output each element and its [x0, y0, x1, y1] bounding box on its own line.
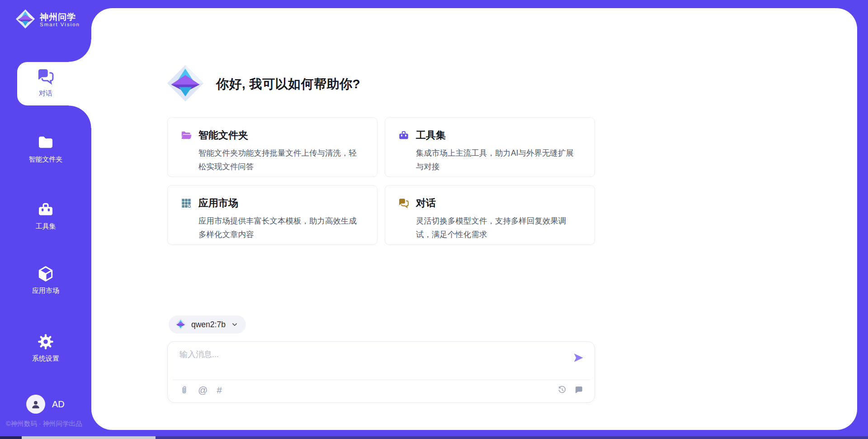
- card-title: 对话: [416, 196, 436, 210]
- sidebar-item-settings[interactable]: 系统设置: [0, 332, 91, 363]
- app-subtitle: Smart Vision: [40, 22, 80, 27]
- message-input[interactable]: [179, 349, 559, 375]
- mention-icon: @: [198, 385, 208, 395]
- sidebar-item-label: 对话: [39, 89, 52, 98]
- tab-fillet-bottom: [69, 105, 91, 128]
- toolbox-icon: [36, 200, 55, 219]
- sidebar-item-smart-folder[interactable]: 智能文件夹: [0, 133, 91, 164]
- attachment-button[interactable]: [179, 385, 189, 395]
- card-title: 应用市场: [198, 196, 238, 210]
- scrollbar-corner: [0, 436, 22, 439]
- send-button[interactable]: [572, 352, 585, 364]
- brand-text: 神州问学 Smart Vision: [40, 12, 80, 28]
- card-description: 灵活切换多模型文件，支持多样回复效果调试，满足个性化需求: [416, 214, 578, 241]
- greeting-row: 你好, 我可以如何帮助你?: [166, 63, 360, 105]
- hashtag-button[interactable]: #: [217, 385, 222, 395]
- scrollbar-thumb[interactable]: [22, 436, 156, 439]
- sidebar: 神州问学 Smart Vision 对话 智能文件夹: [0, 0, 91, 439]
- comment-icon: [574, 385, 584, 395]
- avatar: [26, 395, 45, 414]
- cube-icon: [36, 264, 55, 283]
- chat-bubbles-icon: [36, 67, 55, 86]
- comment-button[interactable]: [574, 385, 584, 395]
- app-title: 神州问学: [40, 12, 80, 22]
- folder-icon: [36, 133, 55, 152]
- sidebar-item-app-market[interactable]: 应用市场: [0, 264, 91, 295]
- card-toolset[interactable]: 工具集 集成市场上主流工具，助力AI与外界无缝扩展与对接: [385, 117, 595, 177]
- card-description: 智能文件夹功能支持批量文件上传与清洗，轻松实现文件问答: [198, 146, 361, 173]
- folder-open-icon: [180, 129, 192, 141]
- send-icon: [572, 352, 585, 364]
- history-icon: [557, 385, 567, 395]
- composer-toolbar-left: @ #: [179, 385, 222, 395]
- attachment-icon: [179, 385, 189, 395]
- history-button[interactable]: [557, 385, 567, 395]
- brand-diamond-icon: [175, 319, 186, 330]
- mention-button[interactable]: @: [198, 385, 208, 395]
- card-title: 智能文件夹: [198, 129, 248, 142]
- user-account[interactable]: AD: [26, 395, 65, 414]
- toolbox-icon: [398, 129, 410, 141]
- sidebar-item-label: 工具集: [36, 222, 56, 231]
- model-selector[interactable]: qwen2:7b: [169, 315, 246, 334]
- brand-diamond-icon: [166, 64, 204, 104]
- app-window: 神州问学 Smart Vision 对话 智能文件夹: [0, 0, 868, 439]
- model-name: qwen2:7b: [191, 320, 226, 329]
- card-smart-folder[interactable]: 智能文件夹 智能文件夹功能支持批量文件上传与清洗，轻松实现文件问答: [167, 117, 377, 177]
- person-icon: [30, 398, 42, 410]
- sidebar-item-label: 系统设置: [32, 354, 59, 363]
- tab-fillet-top: [69, 39, 91, 62]
- greeting-title: 你好, 我可以如何帮助你?: [216, 76, 360, 93]
- sidebar-item-label: 应用市场: [32, 286, 59, 295]
- hashtag-icon: #: [217, 385, 222, 395]
- apps-grid-icon: [180, 197, 192, 209]
- sidebar-item-toolset[interactable]: 工具集: [0, 200, 91, 231]
- horizontal-scrollbar[interactable]: [0, 436, 868, 439]
- composer-divider: [172, 380, 590, 380]
- card-description: 应用市场提供丰富长文本模板，助力高效生成多样化文章内容: [198, 214, 361, 241]
- user-initials: AD: [52, 399, 65, 410]
- message-composer: @ #: [167, 341, 595, 403]
- feature-cards: 智能文件夹 智能文件夹功能支持批量文件上传与清洗，轻松实现文件问答 工具集 集成…: [167, 117, 595, 245]
- card-app-market[interactable]: 应用市场 应用市场提供丰富长文本模板，助力高效生成多样化文章内容: [167, 185, 377, 245]
- card-chat[interactable]: 对话 灵活切换多模型文件，支持多样回复效果调试，满足个性化需求: [385, 185, 595, 245]
- gear-icon: [36, 332, 55, 351]
- card-title: 工具集: [416, 129, 446, 142]
- card-description: 集成市场上主流工具，助力AI与外界无缝扩展与对接: [416, 146, 578, 173]
- chevron-down-icon: [231, 320, 239, 329]
- copyright-text: ©神州数码 · 神州问学出品: [6, 420, 82, 428]
- composer-toolbar-right: [557, 385, 584, 395]
- sidebar-item-label: 智能文件夹: [29, 155, 63, 164]
- chat-bubbles-icon: [398, 197, 410, 209]
- brand-diamond-icon: [15, 9, 35, 30]
- brand: 神州问学 Smart Vision: [15, 9, 80, 30]
- sidebar-item-chat[interactable]: 对话: [0, 67, 91, 98]
